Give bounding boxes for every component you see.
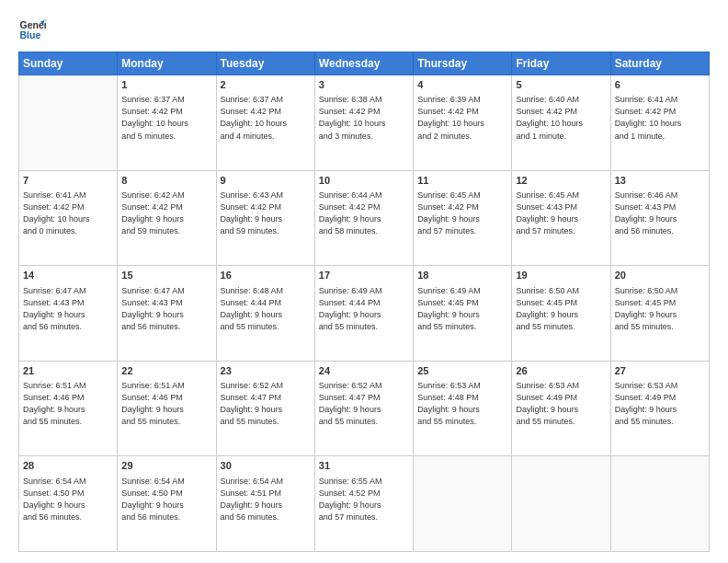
header: General Blue xyxy=(18,15,710,42)
cell-info: Sunrise: 6:42 AMSunset: 4:42 PMDaylight:… xyxy=(121,190,211,237)
calendar-cell: 6Sunrise: 6:41 AMSunset: 4:42 PMDaylight… xyxy=(610,75,709,171)
day-header-friday: Friday xyxy=(512,52,610,75)
cell-info: Sunrise: 6:40 AMSunset: 4:42 PMDaylight:… xyxy=(516,94,606,142)
calendar-cell: 19Sunrise: 6:50 AMSunset: 4:45 PMDayligh… xyxy=(512,266,610,362)
calendar-body: 1Sunrise: 6:37 AMSunset: 4:42 PMDaylight… xyxy=(19,75,710,552)
date-number: 3 xyxy=(319,78,409,92)
calendar-cell: 29Sunrise: 6:54 AMSunset: 4:50 PMDayligh… xyxy=(118,456,216,552)
date-number: 28 xyxy=(23,459,113,473)
cell-info: Sunrise: 6:55 AMSunset: 4:52 PMDaylight:… xyxy=(319,476,409,523)
date-number: 19 xyxy=(516,269,606,282)
calendar-header: SundayMondayTuesdayWednesdayThursdayFrid… xyxy=(19,52,710,75)
date-number: 22 xyxy=(121,364,211,378)
cell-info: Sunrise: 6:54 AMSunset: 4:51 PMDaylight:… xyxy=(221,476,311,523)
cell-info: Sunrise: 6:52 AMSunset: 4:47 PMDaylight:… xyxy=(221,380,311,428)
cell-info: Sunrise: 6:54 AMSunset: 4:50 PMDaylight:… xyxy=(121,476,211,523)
day-header-tuesday: Tuesday xyxy=(216,52,314,75)
calendar-cell: 26Sunrise: 6:53 AMSunset: 4:49 PMDayligh… xyxy=(512,361,610,456)
cell-info: Sunrise: 6:45 AMSunset: 4:42 PMDaylight:… xyxy=(417,190,507,237)
date-number: 12 xyxy=(516,174,606,188)
date-number: 31 xyxy=(319,459,409,473)
calendar-week-5: 28Sunrise: 6:54 AMSunset: 4:50 PMDayligh… xyxy=(19,456,710,552)
calendar-table: SundayMondayTuesdayWednesdayThursdayFrid… xyxy=(18,52,710,552)
cell-info: Sunrise: 6:49 AMSunset: 4:45 PMDaylight:… xyxy=(417,285,507,333)
date-number: 5 xyxy=(516,78,606,92)
date-number: 21 xyxy=(23,364,113,378)
calendar-cell: 22Sunrise: 6:51 AMSunset: 4:46 PMDayligh… xyxy=(118,361,216,456)
calendar-cell: 8Sunrise: 6:42 AMSunset: 4:42 PMDaylight… xyxy=(118,170,216,266)
day-header-monday: Monday xyxy=(118,52,216,75)
date-number: 15 xyxy=(121,269,211,282)
day-header-wednesday: Wednesday xyxy=(314,52,413,75)
date-number: 16 xyxy=(221,269,311,282)
date-number: 30 xyxy=(221,459,311,473)
cell-info: Sunrise: 6:37 AMSunset: 4:42 PMDaylight:… xyxy=(121,94,211,142)
cell-info: Sunrise: 6:49 AMSunset: 4:44 PMDaylight:… xyxy=(319,285,409,333)
date-number: 20 xyxy=(615,269,705,282)
cell-info: Sunrise: 6:45 AMSunset: 4:43 PMDaylight:… xyxy=(516,190,606,237)
cell-info: Sunrise: 6:53 AMSunset: 4:49 PMDaylight:… xyxy=(615,380,705,428)
day-header-saturday: Saturday xyxy=(610,52,709,75)
date-number: 13 xyxy=(615,174,705,188)
calendar-cell: 27Sunrise: 6:53 AMSunset: 4:49 PMDayligh… xyxy=(610,361,709,456)
calendar-cell: 28Sunrise: 6:54 AMSunset: 4:50 PMDayligh… xyxy=(19,456,118,552)
calendar-cell: 16Sunrise: 6:48 AMSunset: 4:44 PMDayligh… xyxy=(216,266,314,362)
date-number: 7 xyxy=(23,174,113,188)
cell-info: Sunrise: 6:47 AMSunset: 4:43 PMDaylight:… xyxy=(23,285,113,333)
day-header-sunday: Sunday xyxy=(19,52,118,75)
calendar-cell: 7Sunrise: 6:41 AMSunset: 4:42 PMDaylight… xyxy=(19,170,118,266)
date-number: 27 xyxy=(615,364,705,378)
calendar-cell: 13Sunrise: 6:46 AMSunset: 4:43 PMDayligh… xyxy=(610,170,709,266)
calendar-cell: 9Sunrise: 6:43 AMSunset: 4:42 PMDaylight… xyxy=(216,170,314,266)
calendar-cell: 4Sunrise: 6:39 AMSunset: 4:42 PMDaylight… xyxy=(414,75,512,171)
date-number: 9 xyxy=(221,174,311,188)
date-number: 25 xyxy=(417,364,507,378)
calendar-cell xyxy=(19,75,118,171)
date-number: 14 xyxy=(23,269,113,282)
date-number: 4 xyxy=(417,78,507,92)
calendar-cell: 1Sunrise: 6:37 AMSunset: 4:42 PMDaylight… xyxy=(118,75,216,171)
calendar-cell xyxy=(512,456,610,552)
cell-info: Sunrise: 6:53 AMSunset: 4:48 PMDaylight:… xyxy=(417,380,507,428)
date-number: 26 xyxy=(516,364,606,378)
calendar-week-2: 7Sunrise: 6:41 AMSunset: 4:42 PMDaylight… xyxy=(19,170,710,266)
date-number: 17 xyxy=(319,269,409,282)
date-number: 10 xyxy=(319,174,409,188)
calendar-cell: 12Sunrise: 6:45 AMSunset: 4:43 PMDayligh… xyxy=(512,170,610,266)
calendar-cell: 30Sunrise: 6:54 AMSunset: 4:51 PMDayligh… xyxy=(216,456,314,552)
calendar-cell: 23Sunrise: 6:52 AMSunset: 4:47 PMDayligh… xyxy=(216,361,314,456)
cell-info: Sunrise: 6:41 AMSunset: 4:42 PMDaylight:… xyxy=(615,94,705,142)
cell-info: Sunrise: 6:38 AMSunset: 4:42 PMDaylight:… xyxy=(319,94,409,142)
calendar-week-1: 1Sunrise: 6:37 AMSunset: 4:42 PMDaylight… xyxy=(19,75,710,171)
date-number: 29 xyxy=(121,459,211,473)
date-number: 23 xyxy=(221,364,311,378)
date-number: 11 xyxy=(417,174,507,188)
cell-info: Sunrise: 6:52 AMSunset: 4:47 PMDaylight:… xyxy=(319,380,409,428)
cell-info: Sunrise: 6:43 AMSunset: 4:42 PMDaylight:… xyxy=(221,190,311,237)
day-header-thursday: Thursday xyxy=(414,52,512,75)
calendar-cell: 3Sunrise: 6:38 AMSunset: 4:42 PMDaylight… xyxy=(314,75,413,171)
calendar-cell: 21Sunrise: 6:51 AMSunset: 4:46 PMDayligh… xyxy=(19,361,118,456)
calendar-cell: 5Sunrise: 6:40 AMSunset: 4:42 PMDaylight… xyxy=(512,75,610,171)
cell-info: Sunrise: 6:47 AMSunset: 4:43 PMDaylight:… xyxy=(121,285,211,333)
calendar-cell: 18Sunrise: 6:49 AMSunset: 4:45 PMDayligh… xyxy=(414,266,512,362)
calendar-cell: 14Sunrise: 6:47 AMSunset: 4:43 PMDayligh… xyxy=(19,266,118,362)
calendar-cell: 31Sunrise: 6:55 AMSunset: 4:52 PMDayligh… xyxy=(314,456,413,552)
calendar-cell: 17Sunrise: 6:49 AMSunset: 4:44 PMDayligh… xyxy=(314,266,413,362)
date-number: 1 xyxy=(121,78,211,92)
svg-text:Blue: Blue xyxy=(20,29,41,40)
date-number: 24 xyxy=(319,364,409,378)
calendar-week-3: 14Sunrise: 6:47 AMSunset: 4:43 PMDayligh… xyxy=(19,266,710,362)
calendar-cell xyxy=(414,456,512,552)
cell-info: Sunrise: 6:54 AMSunset: 4:50 PMDaylight:… xyxy=(23,476,113,523)
cell-info: Sunrise: 6:46 AMSunset: 4:43 PMDaylight:… xyxy=(615,190,705,237)
cell-info: Sunrise: 6:53 AMSunset: 4:49 PMDaylight:… xyxy=(516,380,606,428)
calendar-cell: 15Sunrise: 6:47 AMSunset: 4:43 PMDayligh… xyxy=(118,266,216,362)
cell-info: Sunrise: 6:44 AMSunset: 4:42 PMDaylight:… xyxy=(319,190,409,237)
cell-info: Sunrise: 6:51 AMSunset: 4:46 PMDaylight:… xyxy=(23,380,113,428)
logo: General Blue xyxy=(18,15,50,42)
date-number: 8 xyxy=(121,174,211,188)
calendar-cell: 25Sunrise: 6:53 AMSunset: 4:48 PMDayligh… xyxy=(414,361,512,456)
calendar-cell: 11Sunrise: 6:45 AMSunset: 4:42 PMDayligh… xyxy=(414,170,512,266)
calendar-cell: 20Sunrise: 6:50 AMSunset: 4:45 PMDayligh… xyxy=(610,266,709,362)
